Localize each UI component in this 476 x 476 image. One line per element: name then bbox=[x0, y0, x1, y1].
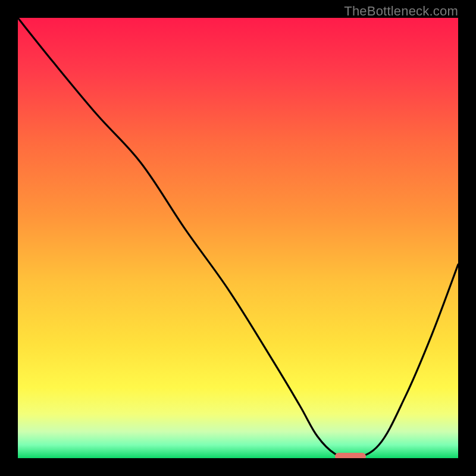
optimal-range-marker bbox=[335, 453, 366, 458]
chart-frame: TheBottleneck.com bbox=[0, 0, 476, 476]
bottleneck-curve bbox=[18, 18, 458, 458]
plot-area bbox=[18, 18, 458, 458]
watermark-label: TheBottleneck.com bbox=[344, 4, 458, 19]
